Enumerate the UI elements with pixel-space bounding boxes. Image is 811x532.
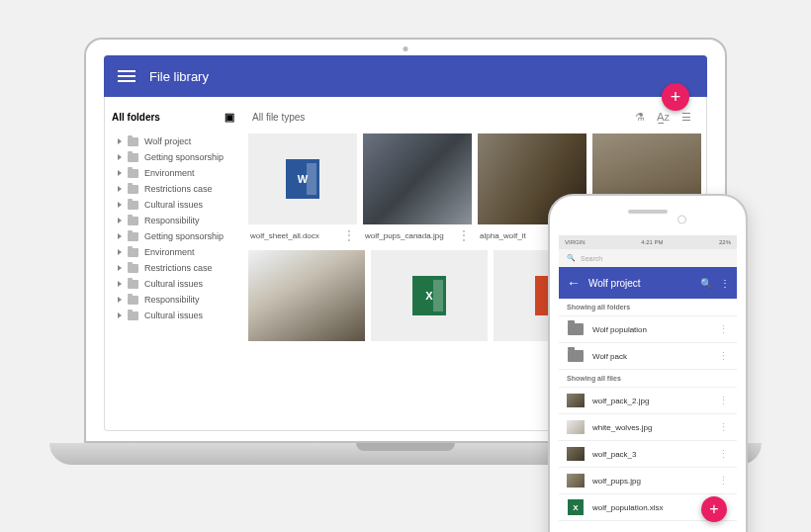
file-tile[interactable]: Wwolf_sheet_all.docx⋮ (248, 133, 357, 246)
chevron-right-icon (118, 138, 122, 144)
folder-label: Responsibility (144, 216, 200, 225)
folder-label: Restrictions case (144, 263, 213, 273)
more-icon[interactable]: ⋮ (718, 421, 729, 434)
folder-icon (128, 248, 138, 257)
chevron-right-icon (118, 312, 122, 318)
list-view-icon[interactable]: ☰ (681, 111, 691, 124)
folder-icon (128, 280, 138, 289)
chevron-right-icon (118, 281, 122, 287)
image-thumbnail (567, 420, 585, 434)
image-thumbnail (567, 447, 585, 461)
mobile-file-row[interactable]: wolf_pack_2.jpg⋮ (559, 388, 737, 414)
folder-label: Wolf project (144, 136, 191, 146)
chevron-right-icon (118, 265, 122, 271)
sidebar-folder-item[interactable]: Getting sponsorship (112, 149, 234, 165)
mobile-app: VIRGIN 4:21 PM 22% 🔍 Search ← Wolf proje… (559, 235, 737, 532)
sort-az-icon[interactable]: A̲z (657, 111, 671, 124)
more-icon[interactable]: ⋮ (718, 395, 729, 407)
add-folder-icon[interactable]: ▣ (225, 111, 234, 124)
mobile-folder-row[interactable]: Wolf pack⋮ (559, 343, 737, 370)
folder-label: Cultural issues (144, 310, 203, 320)
folder-icon (128, 296, 138, 305)
folder-label: Responsibility (144, 295, 200, 305)
more-icon[interactable]: ⋮ (718, 448, 729, 461)
sidebar-folder-item[interactable]: Environment (112, 165, 234, 181)
sidebar-folder-item[interactable]: Cultural issues (112, 197, 234, 213)
file-name: wolf_sheet_all.docx (250, 231, 319, 240)
row-label: wolf_pack_2.jpg (592, 397, 718, 405)
sidebar-folder-item[interactable]: Cultural issues (112, 308, 234, 323)
sidebar: All folders ▣ Wolf projectGetting sponso… (104, 97, 242, 431)
file-name: wolf_pups_canada.jpg (365, 231, 444, 240)
image-thumbnail (567, 394, 585, 407)
folder-label: Restrictions case (144, 184, 213, 194)
folder-label: Cultural issues (144, 279, 203, 289)
folder-icon (128, 169, 138, 178)
row-label: Wolf population (592, 325, 718, 334)
folder-icon (128, 185, 138, 194)
excel-icon: X (568, 499, 584, 515)
folder-icon (128, 264, 138, 273)
search-icon[interactable]: 🔍 (700, 278, 712, 289)
more-icon[interactable]: ⋮ (718, 323, 729, 336)
filter-icon[interactable]: ⚗ (635, 111, 645, 124)
more-icon[interactable]: ⋮ (343, 231, 355, 239)
chevron-right-icon (118, 249, 122, 255)
chevron-right-icon (118, 154, 122, 160)
excel-doc-icon: X (412, 276, 446, 315)
more-icon[interactable]: ⋮ (458, 231, 470, 239)
section-folders: Showing all folders (559, 299, 737, 316)
menu-icon[interactable] (118, 70, 135, 82)
fab-add-button[interactable]: + (662, 83, 689, 111)
back-icon[interactable]: ← (567, 275, 581, 291)
folder-label: Cultural issues (144, 200, 203, 210)
section-files: Showing all files (559, 370, 737, 388)
mobile-file-row[interactable]: wolf_pups.jpg⋮ (559, 468, 737, 494)
sidebar-folder-item[interactable]: Responsibility (112, 213, 234, 228)
row-label: wolf_population.xlsx (592, 503, 718, 512)
chevron-right-icon (118, 202, 122, 208)
file-tile[interactable]: X (371, 250, 488, 341)
folder-icon (128, 217, 138, 225)
mobile-appbar: ← Wolf project 🔍 ⋮ (559, 267, 737, 299)
file-tile[interactable] (248, 250, 365, 341)
image-thumbnail (363, 133, 472, 224)
search-bar[interactable]: 🔍 Search (559, 249, 737, 267)
phone-frame: VIRGIN 4:21 PM 22% 🔍 Search ← Wolf proje… (548, 194, 748, 532)
sidebar-folder-item[interactable]: Restrictions case (112, 181, 234, 197)
file-tile[interactable]: wolf_pups_canada.jpg⋮ (363, 133, 472, 246)
sidebar-folder-item[interactable]: Environment (112, 244, 234, 260)
image-thumbnail (248, 250, 365, 341)
sidebar-folder-item[interactable]: Cultural issues (112, 276, 234, 292)
more-icon[interactable]: ⋮ (720, 278, 729, 289)
row-label: Wolf pack (592, 352, 718, 361)
folder-icon (568, 323, 584, 335)
sidebar-folder-item[interactable]: Responsibility (112, 292, 234, 308)
row-label: white_wolves.jpg (592, 423, 718, 432)
mobile-folder-row[interactable]: Wolf population⋮ (559, 316, 737, 343)
image-thumbnail (567, 474, 585, 488)
mobile-fab-button[interactable]: + (701, 496, 727, 522)
mobile-file-row[interactable]: wolf_pack_3⋮ (559, 441, 737, 468)
filter-label[interactable]: All file types (252, 112, 305, 123)
sidebar-folder-item[interactable]: Getting sponsorship (112, 228, 234, 244)
chevron-right-icon (118, 218, 122, 223)
chevron-right-icon (118, 186, 122, 192)
more-icon[interactable]: ⋮ (718, 475, 729, 488)
folder-icon (128, 311, 138, 320)
word-doc-icon: W (286, 159, 319, 199)
folder-label: Getting sponsorship (144, 231, 224, 241)
sidebar-folder-item[interactable]: Restrictions case (112, 260, 234, 276)
appbar: File library (104, 55, 707, 97)
folder-icon (128, 137, 138, 146)
folder-icon (128, 232, 138, 241)
chevron-right-icon (118, 233, 122, 239)
folder-icon (128, 201, 138, 210)
mobile-file-row[interactable]: white_wolves.jpg⋮ (559, 414, 737, 441)
app-title: File library (149, 69, 209, 84)
chevron-right-icon (118, 297, 122, 303)
sidebar-folder-item[interactable]: Wolf project (112, 133, 234, 149)
mobile-title: Wolf project (588, 278, 692, 289)
more-icon[interactable]: ⋮ (718, 350, 729, 363)
status-bar: VIRGIN 4:21 PM 22% (559, 235, 737, 249)
